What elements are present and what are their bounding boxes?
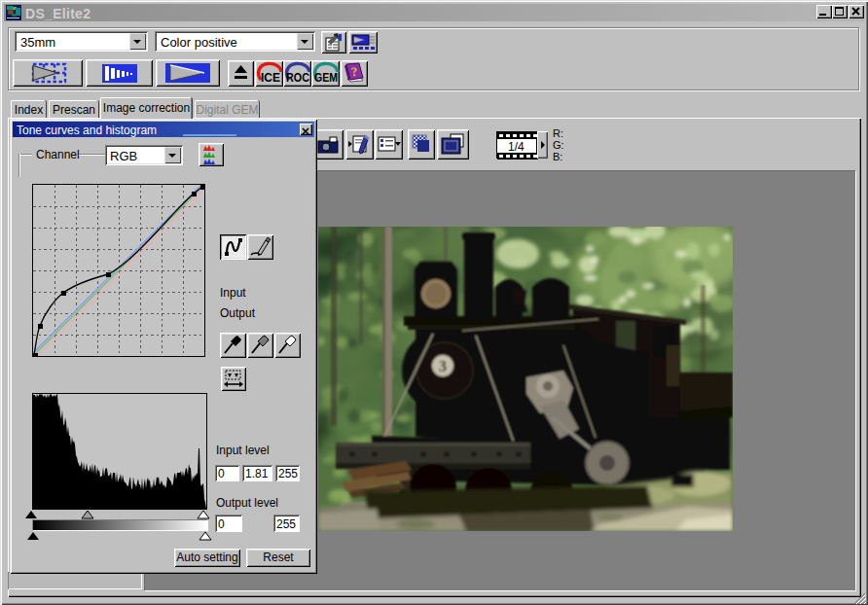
svg-text:ICE: ICE — [261, 70, 280, 85]
svg-text:ROC: ROC — [286, 70, 310, 85]
svg-text:GEM: GEM — [314, 70, 338, 85]
svg-text:3: 3 — [439, 358, 447, 374]
